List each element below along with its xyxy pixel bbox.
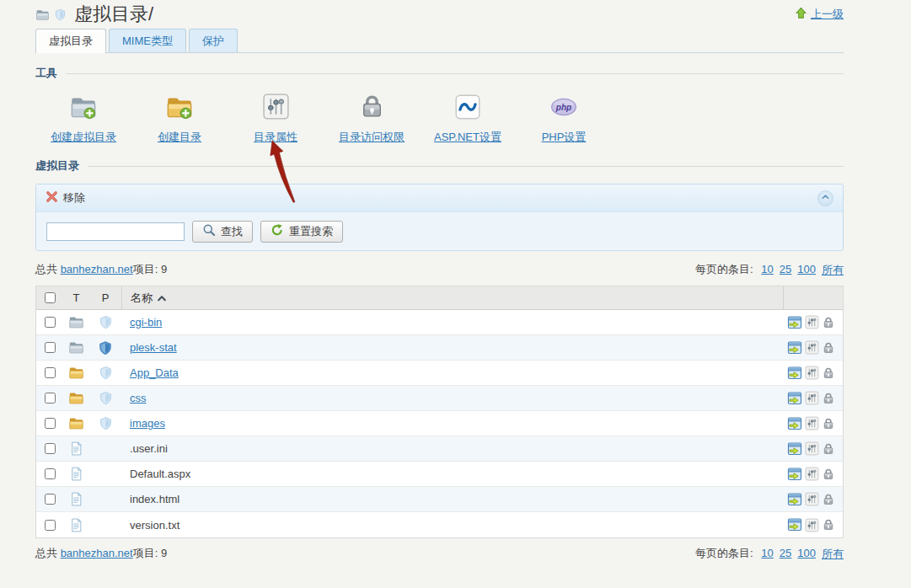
shield-pale-icon <box>89 416 121 430</box>
row-checkbox[interactable] <box>45 418 56 429</box>
directory-permissions-icon[interactable] <box>822 518 835 532</box>
shield-pale-icon <box>89 315 121 329</box>
row-checkbox[interactable] <box>45 393 56 404</box>
pagination-bottom: 总共 banhezhan.net项目: 9 每页的条目: 10 25 100 所… <box>35 546 844 562</box>
per-page-all[interactable]: 所有 <box>822 547 844 562</box>
row-name-link[interactable]: css <box>130 392 147 404</box>
tool-label-directory-properties[interactable]: 目录属性 <box>254 130 297 145</box>
collapse-toolbar-button[interactable] <box>817 190 833 206</box>
table-row: App_Data <box>36 361 843 386</box>
tool-label-php-settings[interactable]: PHP设置 <box>542 130 587 145</box>
per-page-25[interactable]: 25 <box>780 263 791 278</box>
per-page-100[interactable]: 100 <box>797 547 816 562</box>
remove-button[interactable]: 移除 <box>46 190 85 206</box>
tool-create-virtual-directory[interactable]: 创建虚拟目录 <box>35 93 131 145</box>
table-row: css <box>36 386 843 411</box>
directory-properties-icon[interactable] <box>805 492 819 506</box>
select-all-checkbox[interactable] <box>45 292 56 303</box>
directory-properties-icon[interactable] <box>805 416 819 430</box>
reset-search-button[interactable]: 重置搜索 <box>260 221 343 243</box>
per-page-25[interactable]: 25 <box>780 547 791 562</box>
per-page-100[interactable]: 100 <box>797 263 816 278</box>
row-name: version.txt <box>130 519 180 532</box>
directory-permissions-icon[interactable] <box>822 442 835 456</box>
row-checkbox[interactable] <box>45 367 56 378</box>
page: php <box>0 0 911 588</box>
tool-label-create-directory[interactable]: 创建目录 <box>158 130 201 145</box>
directory-permissions-icon[interactable] <box>822 366 835 380</box>
tool-php-settings[interactable]: PHP设置 <box>516 93 612 145</box>
directory-permissions-icon[interactable] <box>822 493 835 506</box>
list-section-title: 虚拟目录 <box>35 158 79 174</box>
directory-properties-icon[interactable] <box>805 518 819 532</box>
aspnet-icon <box>453 93 482 125</box>
tab-virtual-directories[interactable]: 虚拟目录 <box>35 29 106 53</box>
directory-properties-icon[interactable] <box>805 391 819 405</box>
folder-gray-icon <box>63 314 89 330</box>
column-name-sort[interactable]: 名称 <box>121 286 783 309</box>
sort-asc-icon <box>158 291 166 304</box>
directory-permissions-icon[interactable] <box>822 392 835 405</box>
tab-protection[interactable]: 保护 <box>189 29 238 52</box>
tool-label-create-virtual-directory[interactable]: 创建虚拟目录 <box>51 130 116 145</box>
open-directory-icon[interactable] <box>787 416 802 431</box>
directory-properties-icon[interactable] <box>805 441 819 456</box>
shield-pale-icon <box>89 366 121 380</box>
open-directory-icon[interactable] <box>787 467 802 482</box>
row-name-link[interactable]: cgi-bin <box>130 316 162 329</box>
up-level-link[interactable]: 上一级 <box>795 7 844 22</box>
per-page-all[interactable]: 所有 <box>822 263 844 278</box>
row-checkbox[interactable] <box>45 317 56 328</box>
open-directory-icon[interactable] <box>787 340 802 355</box>
row-checkbox[interactable] <box>45 520 56 531</box>
tool-label-directory-access-permissions[interactable]: 目录访问权限 <box>339 130 405 145</box>
directory-permissions-icon[interactable] <box>822 417 835 430</box>
row-name-link[interactable]: images <box>130 417 165 430</box>
up-level-label: 上一级 <box>811 7 844 22</box>
directory-properties-icon[interactable] <box>805 340 819 355</box>
tool-aspnet-settings[interactable]: ASP.NET设置 <box>420 93 516 145</box>
shield-icon <box>54 8 67 21</box>
row-checkbox[interactable] <box>45 443 56 454</box>
search-input[interactable] <box>46 222 185 241</box>
find-button[interactable]: 查找 <box>192 221 253 243</box>
tool-create-directory[interactable]: 创建目录 <box>131 93 228 145</box>
directory-permissions-icon[interactable] <box>822 468 835 481</box>
tool-label-aspnet-settings[interactable]: ASP.NET设置 <box>434 130 501 145</box>
open-directory-icon[interactable] <box>787 366 802 381</box>
row-name: Default.aspx <box>130 468 190 480</box>
file-icon <box>63 441 89 456</box>
open-directory-icon[interactable] <box>787 517 802 532</box>
table-row: Default.aspx <box>36 462 843 487</box>
page-title: 虚拟目录/ <box>74 2 153 27</box>
up-arrow-icon <box>795 7 807 22</box>
table-header-row: T P 名称 <box>36 286 843 310</box>
open-directory-icon[interactable] <box>787 315 802 330</box>
directory-properties-icon[interactable] <box>805 366 819 380</box>
tool-directory-access-permissions[interactable]: 目录访问权限 <box>324 93 420 145</box>
search-icon <box>202 223 216 239</box>
directory-permissions-icon[interactable] <box>822 316 835 329</box>
open-directory-icon[interactable] <box>787 492 802 507</box>
row-checkbox[interactable] <box>45 494 56 505</box>
tab-mime-types[interactable]: MIME类型 <box>109 29 186 52</box>
per-page-10[interactable]: 10 <box>761 547 773 562</box>
tool-directory-properties[interactable]: 目录属性 <box>228 93 324 145</box>
divider <box>66 73 844 74</box>
domain-link[interactable]: banhezhan.net <box>61 263 133 275</box>
directory-properties-icon[interactable] <box>805 315 819 329</box>
row-name-link[interactable]: plesk-stat <box>130 341 177 354</box>
shield-solid-icon <box>89 340 121 355</box>
open-directory-icon[interactable] <box>787 391 802 406</box>
row-name-link[interactable]: App_Data <box>130 366 179 379</box>
per-page-label: 每页的条目: <box>695 263 753 275</box>
sliders-icon <box>262 93 290 125</box>
reset-icon <box>271 223 284 239</box>
directory-permissions-icon[interactable] <box>822 341 835 355</box>
row-checkbox[interactable] <box>45 342 56 353</box>
domain-link[interactable]: banhezhan.net <box>61 547 133 559</box>
open-directory-icon[interactable] <box>787 441 802 457</box>
directory-properties-icon[interactable] <box>805 467 819 481</box>
row-checkbox[interactable] <box>45 468 56 479</box>
per-page-10[interactable]: 10 <box>761 263 773 278</box>
